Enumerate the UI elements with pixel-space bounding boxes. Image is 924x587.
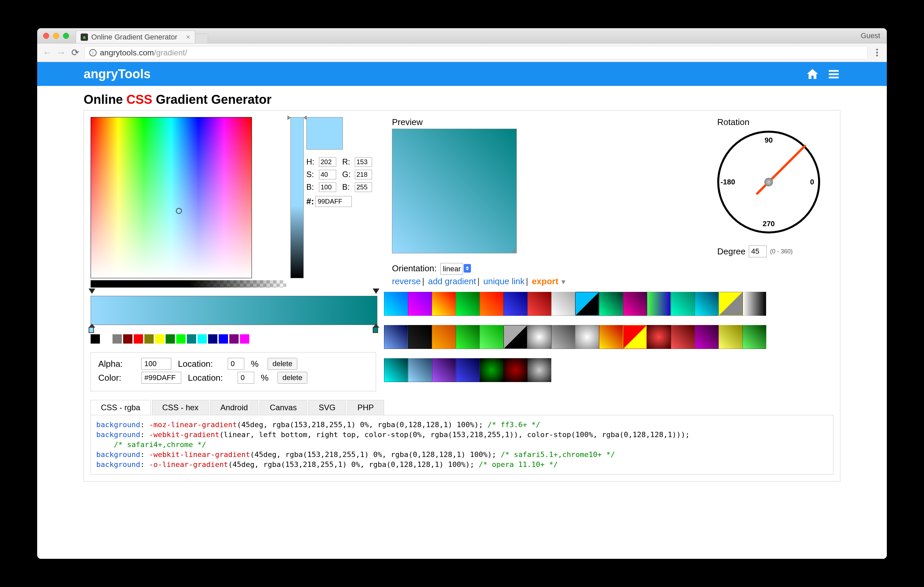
code-tab[interactable]: Canvas (259, 400, 307, 415)
code-tab[interactable]: PHP (347, 400, 384, 415)
g-input[interactable] (355, 170, 372, 179)
preset-swatch[interactable] (456, 325, 480, 349)
h-input[interactable] (319, 157, 336, 167)
palette-swatch[interactable] (144, 334, 153, 344)
palette-swatch[interactable] (166, 334, 175, 344)
hamburger-menu-icon[interactable] (827, 67, 840, 81)
s-input[interactable] (319, 170, 336, 179)
palette-swatch[interactable] (176, 334, 186, 344)
preset-swatch[interactable] (503, 292, 527, 316)
new-tab-button[interactable] (195, 33, 208, 43)
code-tab[interactable]: SVG (309, 400, 346, 415)
preset-swatch[interactable] (384, 358, 408, 382)
palette-swatch[interactable] (229, 334, 239, 344)
preset-swatch[interactable] (527, 358, 551, 382)
alpha-input[interactable] (141, 358, 171, 370)
preset-swatch[interactable] (384, 292, 408, 316)
stop-handle-top[interactable] (373, 289, 380, 295)
preset-swatch[interactable] (671, 325, 695, 349)
code-output[interactable]: background: -moz-linear-gradient(45deg, … (91, 415, 833, 475)
minimize-window-icon[interactable] (53, 33, 59, 39)
reload-button[interactable]: ⟳ (70, 48, 80, 58)
palette-swatch[interactable] (123, 334, 132, 344)
palette-swatch[interactable] (208, 334, 218, 344)
picker-cursor-icon[interactable] (176, 208, 182, 214)
preset-swatch[interactable] (527, 292, 551, 316)
stop-handle-bottom[interactable] (373, 327, 380, 334)
close-tab-icon[interactable]: × (186, 33, 190, 41)
preset-swatch[interactable] (408, 325, 432, 349)
preset-swatch[interactable] (719, 292, 742, 316)
site-info-icon[interactable]: i (89, 49, 97, 56)
preset-swatch[interactable] (384, 325, 408, 349)
code-tab[interactable]: CSS - rgba (91, 400, 151, 415)
preset-swatch[interactable] (623, 325, 647, 349)
browser-menu-icon[interactable] (872, 49, 881, 56)
palette-swatch[interactable] (187, 334, 196, 344)
palette-swatch[interactable] (112, 334, 122, 344)
alpha-strip[interactable] (91, 280, 286, 288)
preset-swatch[interactable] (432, 325, 456, 349)
preset-swatch[interactable] (599, 292, 623, 316)
preset-swatch[interactable] (480, 325, 503, 349)
preset-swatch[interactable] (432, 358, 456, 382)
preset-swatch[interactable] (623, 292, 647, 316)
delete-button[interactable]: delete (277, 372, 307, 384)
preset-swatch[interactable] (575, 325, 599, 349)
gradient-bar[interactable] (91, 296, 377, 325)
stop-handle-top[interactable] (89, 289, 95, 295)
preset-swatch[interactable] (527, 325, 551, 349)
preset-swatch[interactable] (551, 325, 575, 349)
v-input[interactable] (319, 183, 336, 192)
preset-swatch[interactable] (503, 358, 527, 382)
preset-swatch[interactable] (695, 292, 719, 316)
code-tab[interactable]: CSS - hex (152, 400, 209, 415)
home-icon[interactable] (806, 67, 819, 81)
gradient-preview[interactable] (392, 129, 517, 253)
dial-needle-icon[interactable] (756, 144, 806, 195)
palette-swatch[interactable] (91, 334, 100, 344)
add-gradient-link[interactable]: add gradient (428, 276, 476, 286)
site-logo[interactable]: angryTools (84, 67, 151, 81)
preset-swatch[interactable] (719, 325, 742, 349)
b-input[interactable] (355, 183, 372, 192)
preset-swatch[interactable] (503, 325, 527, 349)
url-input[interactable]: i angrytools.com/gradient/ (84, 46, 868, 59)
back-button[interactable]: ← (43, 48, 52, 58)
gradient-editor[interactable] (91, 296, 377, 325)
slider-handle-icon[interactable] (304, 115, 307, 120)
close-window-icon[interactable] (43, 33, 49, 39)
palette-swatch[interactable] (155, 334, 164, 344)
palette-swatch[interactable] (198, 334, 207, 344)
preset-swatch[interactable] (456, 358, 480, 382)
brightness-slider[interactable] (290, 117, 304, 278)
preset-swatch[interactable] (599, 325, 623, 349)
delete-button[interactable]: delete (267, 358, 297, 370)
rotation-dial[interactable]: 90 0 270 -180 (717, 131, 820, 233)
maximize-window-icon[interactable] (63, 33, 69, 39)
forward-button[interactable]: → (56, 48, 66, 58)
palette-swatch[interactable] (240, 334, 249, 344)
unique-link[interactable]: unique link (483, 276, 525, 286)
preset-swatch[interactable] (408, 292, 432, 316)
export-link[interactable]: export (532, 276, 567, 286)
preset-swatch[interactable] (742, 292, 766, 316)
preset-swatch[interactable] (456, 292, 480, 316)
code-tab[interactable]: Android (210, 400, 258, 415)
location-input[interactable] (238, 372, 254, 384)
select-arrow-icon[interactable] (464, 264, 471, 273)
browser-tab[interactable]: a Online Gradient Generator × (76, 31, 195, 43)
palette-swatch[interactable] (134, 334, 143, 344)
hex-input[interactable] (315, 196, 352, 207)
preset-swatch[interactable] (408, 358, 432, 382)
preset-swatch[interactable] (480, 358, 503, 382)
slider-handle-icon[interactable] (287, 115, 291, 120)
r-input[interactable] (355, 157, 372, 167)
color-picker-canvas[interactable] (91, 117, 252, 278)
color-input[interactable] (141, 372, 181, 384)
profile-label[interactable]: Guest (861, 31, 880, 40)
preset-swatch[interactable] (695, 325, 719, 349)
stop-handle-bottom[interactable] (89, 327, 95, 334)
degree-input[interactable] (749, 245, 767, 257)
preset-swatch[interactable] (480, 292, 503, 316)
